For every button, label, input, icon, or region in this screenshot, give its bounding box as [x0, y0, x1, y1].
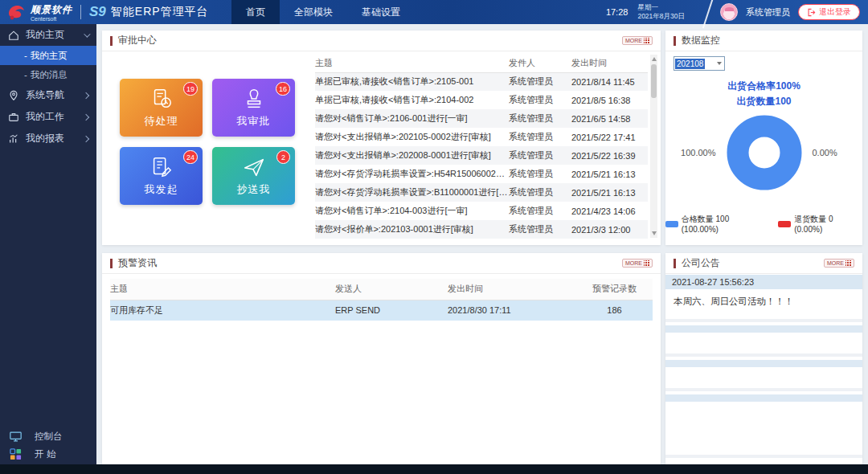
alerts-panel-title: 预警资讯: [118, 256, 622, 270]
alerts-table-header-row: 主题 发送人 发出时间 预警记录数: [110, 279, 653, 300]
logout-icon: [807, 8, 816, 17]
approval-panel-title: 审批中心: [118, 34, 622, 47]
sidebar-subitem-label: 我的消息: [31, 69, 68, 81]
announcement-item[interactable]: 2021-08-27 15:56:23 本周六、周日公司活动！！！: [665, 275, 862, 322]
cell-sent-time: 2021/8/14 11:45: [571, 72, 648, 91]
col-sent-time: 发出时间: [571, 55, 648, 72]
alerts-more-button[interactable]: MORE: [622, 259, 653, 268]
approval-row[interactable]: 单据已审核,请接收<销售订单>:2104-002 系统管理员 2021/8/5 …: [315, 91, 648, 109]
scroll-down-arrow[interactable]: [652, 231, 657, 235]
approval-table-scrollbar[interactable]: [650, 55, 657, 238]
approval-more-button[interactable]: MORE: [622, 36, 653, 45]
logout-button[interactable]: 退出登录: [798, 4, 860, 20]
monitor-icon: [10, 431, 22, 442]
cell-subject: 请您对<存货浮动耗损率设置>:B11000001进行[审核]: [315, 183, 509, 202]
approval-tile[interactable]: 16 我审批: [212, 79, 295, 137]
col-alert-count: 预警记录数: [576, 279, 653, 300]
sidebar-item-system-nav[interactable]: 系统导航: [0, 84, 96, 106]
donut-label-right: 0.00%: [813, 148, 858, 157]
main-content: 审批中心 MORE 19: [96, 24, 868, 464]
cell-subject: 请您对<支出报销单>:202105-0002进行[审核]: [315, 128, 509, 146]
sidebar-item-label: 系统导航: [26, 88, 77, 102]
donut-chart-area: 100.00% 0.00%: [665, 111, 862, 194]
approval-panel-header: 审批中心 MORE: [102, 31, 661, 51]
announcement-list: 2021-08-27 15:56:23 本周六、周日公司活动！！！: [665, 275, 862, 464]
scroll-up-arrow[interactable]: [652, 57, 657, 61]
approval-row[interactable]: 请您对<存货浮动耗损率设置>:B11000001进行[审核] 系统管理员 202…: [315, 183, 648, 202]
donut-chart: [723, 111, 806, 194]
approval-row[interactable]: 请您对<销售订单>:2106-001进行[一审] 系统管理员 2021/6/5 …: [315, 109, 648, 128]
approval-row[interactable]: 请您对<支出报销单>:202008-0001进行[审核] 系统管理员 2021/…: [315, 146, 648, 165]
tile-count-badge: 16: [276, 82, 290, 96]
user-avatar[interactable]: [720, 3, 738, 21]
tile-label: 我发起: [145, 182, 178, 197]
col-sent-time: 发出时间: [448, 279, 576, 300]
cell-subject: 请您对<销售订单>:2104-003进行[一审]: [315, 202, 509, 220]
approval-table: 主题 发件人 发出时间 单据已审核,请接收<销售订单>:2105-001 系统管…: [315, 55, 648, 239]
chevron-right-icon: [83, 135, 89, 141]
map-pin-icon: [8, 90, 19, 101]
sidebar-subitem-my-messages[interactable]: 我的消息: [0, 65, 96, 84]
clock: 17:28: [606, 7, 628, 17]
s9-logo: S9: [89, 4, 106, 20]
paper-plane-icon: [242, 155, 266, 179]
alert-row[interactable]: 可用库存不足 ERP SEND 2021/8/30 17:11 186: [110, 300, 653, 321]
cell-sender: 系统管理员: [509, 220, 571, 239]
sidebar-item-my-home[interactable]: 我的主页: [0, 24, 96, 46]
nav-all-modules-label: 全部模块: [294, 6, 333, 19]
approval-tile[interactable]: 24 我发起: [120, 147, 203, 205]
approval-tile[interactable]: 19 待处理: [120, 79, 203, 137]
cell-sent-time: 2021/3/3 12:00: [571, 220, 648, 239]
cell-sent-time: 2021/5/21 16:13: [571, 165, 648, 183]
approval-row[interactable]: 请您对<报价单>:202103-0001进行[审核] 系统管理员 2021/3/…: [315, 220, 648, 239]
brand-area: 顺景软件 Centersoft S9 智能ERP管理平台: [6, 0, 209, 24]
period-value: 202108: [675, 59, 705, 69]
chevron-right-icon: [83, 113, 89, 120]
period-select[interactable]: 202108: [674, 56, 725, 71]
cell-sent-time: 2021/5/21 16:13: [571, 183, 648, 202]
nav-all-modules[interactable]: 全部模块: [280, 0, 347, 24]
nav-basic-settings[interactable]: 基础设置: [347, 0, 415, 24]
approval-row[interactable]: 单据已审核,请接收<销售订单>:2105-001 系统管理员 2021/8/14…: [315, 72, 648, 91]
panel-accent-bar: [674, 259, 676, 268]
announcement-date: 2021-08-27 15:56:23: [665, 275, 862, 289]
product-title: 智能ERP管理平台: [111, 5, 209, 19]
alerts-table: 主题 发送人 发出时间 预警记录数 可用库存不足 ERP SEND 20: [110, 279, 653, 321]
announcement-body: 本周六、周日公司活动！！！: [665, 289, 862, 322]
approval-row[interactable]: 请您对<销售订单>:2104-003进行[一审] 系统管理员 2021/4/23…: [315, 202, 648, 220]
sidebar-subitem-my-home[interactable]: 我的主页: [0, 46, 96, 65]
cell-sender: 系统管理员: [509, 202, 571, 220]
doc-clock-icon: [149, 87, 174, 111]
date-block: 星期一 2021年8月30日: [637, 3, 685, 20]
cell-sender: 系统管理员: [509, 183, 571, 202]
windows-icon: [10, 448, 22, 460]
col-subject: 主题: [110, 279, 335, 300]
legend-label: 合格数量 100 (100.00%): [682, 214, 768, 234]
console-button[interactable]: 控制台: [0, 427, 96, 445]
col-subject: 主题: [315, 55, 509, 72]
cell-sent-time: 2021/8/30 17:11: [448, 300, 576, 321]
cell-subject: 可用库存不足: [110, 300, 335, 321]
panel-accent-bar: [674, 36, 676, 46]
approval-row[interactable]: 请您对<存货浮动耗损率设置>:H54R15006002进行[审核] 系统管理员 …: [315, 165, 648, 183]
erp-dashboard: 顺景软件 Centersoft S9 智能ERP管理平台 首页 全部模块 基础设…: [0, 0, 868, 474]
cell-sent-time: 2021/8/5 16:38: [571, 91, 648, 109]
weekday: 星期一: [637, 3, 685, 12]
start-button[interactable]: 开 始: [0, 445, 96, 463]
top-bar: 顺景软件 Centersoft S9 智能ERP管理平台 首页 全部模块 基础设…: [0, 0, 868, 24]
approval-row[interactable]: 请您对<支出报销单>:202105-0002进行[审核] 系统管理员 2021/…: [315, 128, 648, 146]
company-logo-icon: [6, 2, 26, 22]
tile-label: 待处理: [145, 114, 178, 129]
approval-tile[interactable]: 2 抄送我: [212, 147, 295, 205]
scroll-thumb[interactable]: [651, 64, 657, 98]
nav-home[interactable]: 首页: [231, 0, 280, 24]
sidebar-item-my-reports[interactable]: 我的报表: [0, 128, 96, 149]
bottom-status-strip: [0, 464, 868, 474]
sidebar-item-my-work[interactable]: 我的工作: [0, 106, 96, 128]
announcement-empty-item: [665, 360, 862, 391]
select-chevron-icon: [717, 62, 722, 65]
announcements-more-button[interactable]: MORE: [824, 259, 854, 268]
alerts-panel: 预警资讯 MORE 主题 发送人 发出时间 预警记录数: [102, 253, 661, 464]
pass-rate-text: 出货合格率100%: [665, 79, 862, 94]
cell-subject: 请您对<支出报销单>:202008-0001进行[审核]: [315, 146, 509, 165]
